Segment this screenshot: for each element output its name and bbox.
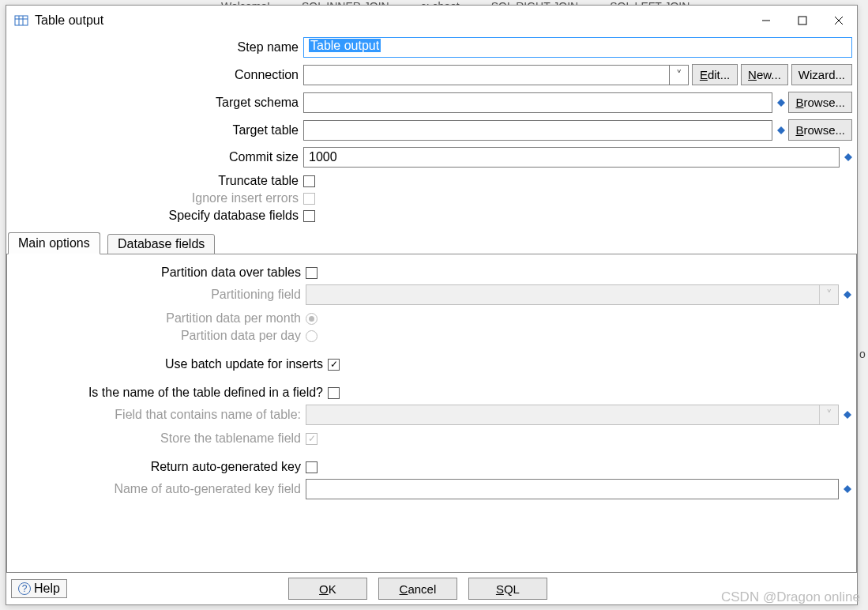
table-output-icon xyxy=(13,12,30,29)
tab-content-main: Partition data over tables Partitioning … xyxy=(6,254,857,573)
ok-button[interactable]: OK xyxy=(288,578,367,600)
ignore-errors-label: Ignore insert errors xyxy=(11,191,303,205)
specify-fields-checkbox[interactable] xyxy=(303,210,315,222)
svg-marker-9 xyxy=(777,126,785,134)
name-in-field-label: Is the name of the table defined in a fi… xyxy=(12,386,328,400)
variable-icon[interactable] xyxy=(844,485,851,493)
partition-over-tables-checkbox[interactable] xyxy=(306,267,318,279)
truncate-label: Truncate table xyxy=(11,174,303,188)
svg-marker-12 xyxy=(844,411,851,419)
truncate-checkbox[interactable] xyxy=(303,175,315,187)
svg-line-7 xyxy=(835,17,843,24)
batch-update-checkbox[interactable] xyxy=(328,359,340,371)
variable-icon xyxy=(844,411,851,419)
browse-table-button[interactable]: Browse... xyxy=(788,119,852,141)
partition-per-day-label: Partition data per day xyxy=(12,329,306,343)
connection-label: Connection xyxy=(11,68,303,82)
svg-marker-11 xyxy=(844,291,851,299)
help-button[interactable]: ? Help xyxy=(11,579,67,598)
variable-icon[interactable] xyxy=(844,153,852,161)
partition-per-month-radio xyxy=(306,313,318,325)
store-tablename-label: Store the tablename field xyxy=(12,431,306,446)
name-key-field-label: Name of auto-generated key field xyxy=(12,482,306,496)
connection-combo[interactable]: ˅ xyxy=(303,65,689,85)
titlebar[interactable]: Table output xyxy=(6,6,857,36)
browse-schema-button[interactable]: Browse... xyxy=(788,92,852,113)
svg-marker-13 xyxy=(844,485,851,493)
maximize-button[interactable] xyxy=(784,8,821,33)
commit-size-label: Commit size xyxy=(11,150,303,164)
window-title: Table output xyxy=(35,13,103,28)
return-key-label: Return auto-generated key xyxy=(12,460,306,474)
wizard-button[interactable]: Wizard... xyxy=(791,64,852,85)
chevron-down-icon: ˅ xyxy=(819,405,838,424)
name-key-field-input[interactable] xyxy=(306,479,839,499)
minimize-button[interactable] xyxy=(748,8,784,33)
step-name-label: Step name xyxy=(11,40,303,55)
field-tablename-label: Field that contains name of table: xyxy=(12,408,306,422)
chevron-down-icon: ˅ xyxy=(819,285,838,304)
partitioning-field-label: Partitioning field xyxy=(12,288,306,302)
return-key-checkbox[interactable] xyxy=(306,461,318,473)
commit-size-input[interactable] xyxy=(303,147,840,168)
partition-per-month-label: Partition data per month xyxy=(12,311,306,326)
help-icon: ? xyxy=(18,582,31,595)
variable-icon xyxy=(844,291,851,299)
partition-over-tables-label: Partition data over tables xyxy=(12,265,306,280)
target-schema-input[interactable] xyxy=(303,92,772,113)
step-name-input[interactable]: Table output xyxy=(303,37,852,58)
name-in-field-checkbox[interactable] xyxy=(328,387,340,399)
cancel-button[interactable]: Cancel xyxy=(378,578,457,600)
specify-fields-label: Specify database fields xyxy=(11,209,303,223)
ignore-errors-checkbox xyxy=(303,193,315,205)
svg-rect-5 xyxy=(798,17,806,24)
tab-strip: Main options Database fields xyxy=(6,232,857,254)
field-tablename-combo: ˅ xyxy=(306,405,839,425)
svg-marker-8 xyxy=(777,99,785,107)
partitioning-field-combo: ˅ xyxy=(306,284,839,305)
tab-main-options[interactable]: Main options xyxy=(8,232,100,254)
svg-line-6 xyxy=(835,17,843,24)
partition-per-day-radio xyxy=(306,330,318,342)
right-edge-hint: o xyxy=(857,348,868,360)
target-table-label: Target table xyxy=(11,123,303,137)
edit-connection-button[interactable]: Edit... xyxy=(692,64,738,85)
svg-marker-10 xyxy=(844,153,852,161)
svg-rect-0 xyxy=(15,16,28,25)
variable-icon[interactable] xyxy=(777,99,785,107)
table-output-dialog: Table output Step name Table output Conn… xyxy=(6,5,858,605)
tab-database-fields[interactable]: Database fields xyxy=(107,234,215,254)
store-tablename-checkbox xyxy=(306,433,318,445)
chevron-down-icon: ˅ xyxy=(669,66,688,85)
batch-update-label: Use batch update for inserts xyxy=(12,357,328,371)
sql-button[interactable]: SQL xyxy=(468,578,547,600)
target-schema-label: Target schema xyxy=(11,96,303,110)
variable-icon[interactable] xyxy=(777,126,785,134)
target-table-input[interactable] xyxy=(303,120,772,141)
new-connection-button[interactable]: New... xyxy=(741,64,788,85)
close-button[interactable] xyxy=(821,8,857,33)
